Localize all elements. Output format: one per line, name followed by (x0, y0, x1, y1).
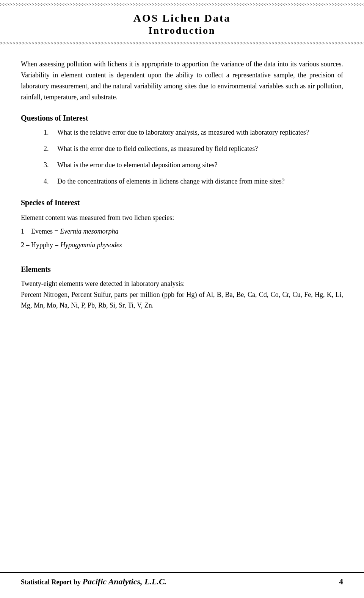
list-item: 1. What is the relative error due to lab… (44, 127, 343, 138)
list-item: 2. What is the error due to field collec… (44, 143, 343, 154)
content-area: When assessing pollution with lichens it… (0, 47, 364, 319)
question-text-4: Do the concentrations of elements in lic… (57, 176, 343, 187)
species-2-scientific: Hypogymnia physodes (60, 241, 122, 249)
elements-text-1: Twenty-eight elements were detected in l… (21, 278, 343, 289)
question-number-4: 4. (44, 176, 51, 187)
list-item: 3. What is the error due to elemental de… (44, 160, 343, 171)
question-number-3: 3. (44, 160, 51, 171)
middle-border: >>>>>>>>>>>>>>>>>>>>>>>>>>>>>>>>>>>>>>>>… (0, 39, 364, 48)
page-number: 4 (339, 577, 343, 587)
elements-text-2: Percent Nitrogen, Percent Sulfur, parts … (21, 289, 343, 311)
page: >>>>>>>>>>>>>>>>>>>>>>>>>>>>>>>>>>>>>>>>… (0, 0, 364, 598)
header: AOS Lichen Data Introduction (0, 9, 364, 39)
questions-list: 1. What is the relative error due to lab… (44, 127, 343, 187)
footer-left: Statistical Report by Pacific Analytics,… (21, 577, 166, 587)
species-2: 2 – Hypphy = Hypogymnia physodes (21, 239, 343, 251)
footer-company: Pacific Analytics, L.L.C. (82, 577, 166, 586)
species-1: 1 – Evemes = Evernia mesomorpha (21, 225, 343, 237)
question-number-1: 1. (44, 127, 51, 138)
main-title: AOS Lichen Data (0, 12, 364, 24)
list-item: 4. Do the concentrations of elements in … (44, 176, 343, 187)
species-intro: Element content was measured from two li… (21, 212, 343, 224)
top-border: >>>>>>>>>>>>>>>>>>>>>>>>>>>>>>>>>>>>>>>>… (0, 0, 364, 9)
question-text-3: What is the error due to elemental depos… (57, 160, 343, 171)
footer: Statistical Report by Pacific Analytics,… (0, 572, 364, 587)
species-heading: Species of Interest (21, 198, 343, 207)
sub-title: Introduction (0, 25, 364, 36)
intro-paragraph: When assessing pollution with lichens it… (21, 59, 343, 102)
footer-label: Statistical Report by (21, 578, 81, 586)
footer-company-italic: Pacific Analytics, L.L.C. (82, 577, 166, 586)
question-number-2: 2. (44, 143, 51, 154)
questions-heading: Questions of Interest (21, 114, 343, 122)
question-text-2: What is the error due to field collectio… (57, 143, 343, 154)
species-1-scientific: Evernia mesomorpha (60, 228, 118, 235)
elements-heading: Elements (21, 265, 343, 274)
question-text-1: What is the relative error due to labora… (57, 127, 343, 138)
